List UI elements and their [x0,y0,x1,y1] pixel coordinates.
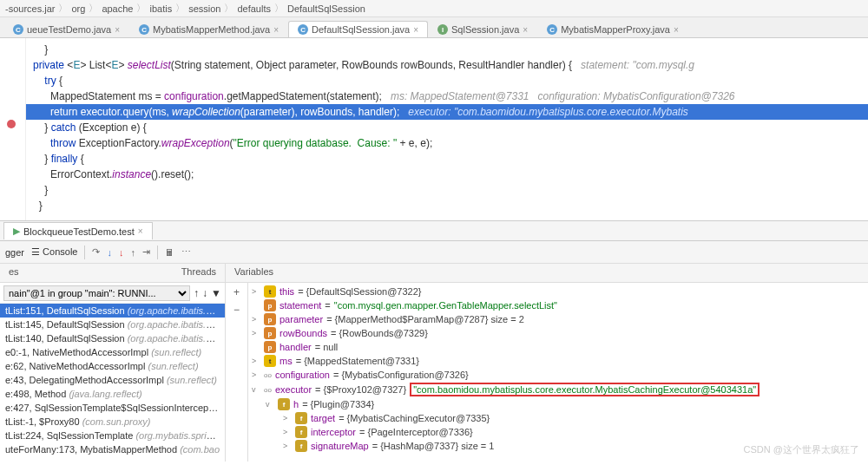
stack-frame[interactable]: e:62, NativeMethodAccessorImpl (sun.refl… [0,359,225,373]
variable-row[interactable]: vfh = {Plugin@7334} [248,397,868,411]
code-editor[interactable]: } private <E> List<E> selectList(String … [0,38,868,220]
editor-tab[interactable]: CDefaultSqlSession.java× [288,21,428,37]
stack-frame[interactable]: e:427, SqlSessionTemplate$SqlSessionInte… [0,401,225,415]
variable-row[interactable]: >prowBounds = {RowBounds@7329} [248,326,868,340]
breadcrumb-item[interactable]: org [71,3,85,14]
close-icon[interactable]: × [273,25,279,35]
file-type-icon: C [298,24,308,35]
frames-header: es Threads [0,264,226,282]
code-line: ErrorContext.instance().reset(); [9,167,868,182]
run-icon: ▶ [13,226,20,237]
watermark: CSDN @这个世界太疯狂了 [744,443,859,456]
step-column: + − [226,283,248,462]
frame-list[interactable]: tList:151, DefaultSqlSession (org.apache… [0,304,225,462]
code-line: } finally { [9,151,868,167]
editor-tab[interactable]: CMybatisMapperMethod.java× [129,21,288,37]
debug-toolbar: gger ☰ Console ↷ ↓ ↓ ↑ ⇥ 🖩 ⋯ [0,241,868,264]
expand-icon[interactable]: + [233,286,240,298]
tab-label: DefaultSqlSession.java [312,24,410,35]
code-line: } [9,182,868,198]
editor-tabs: CueueTestDemo.java×CMybatisMapperMethod.… [0,17,868,38]
highlighted-value: "com.baomidou.mybatisplus.core.executor.… [410,383,760,396]
debug-run-tabs: ▶ BlockqueueTestDemo.test × [0,220,868,241]
file-type-icon: C [139,24,149,35]
variable-row[interactable]: >tms = {MappedStatement@7331} [248,354,868,368]
code-line: } [9,198,868,213]
breadcrumb-item[interactable]: -sources.jar [5,3,55,14]
variable-row[interactable]: phandler = null [248,340,868,354]
collapse-icon[interactable]: − [233,304,240,316]
variable-row[interactable]: >tthis = {DefaultSqlSession@7322} [248,285,868,298]
variable-row[interactable]: >pparameter = {MapperMethod$ParamMap@728… [248,312,868,326]
stack-frame[interactable]: tList:-1, $Proxy80 (com.sun.proxy) [0,415,225,429]
stack-frame[interactable]: tList:140, DefaultSqlSession (org.apache… [0,331,225,345]
editor-tab[interactable]: CueueTestDemo.java× [3,21,129,37]
close-icon[interactable]: × [523,25,528,35]
code-line: private <E> List<E> selectList(String st… [9,57,868,73]
variable-row[interactable]: >finterceptor = {PageInterceptor@7336} [248,425,868,439]
stack-frame[interactable]: e0:-1, NativeMethodAccessorImpl (sun.ref… [0,345,225,359]
tab-label: SqlSession.java [451,24,519,35]
debug-body: nain"@1 in group "main": RUNNI... ↑ ↓ ▼ … [0,283,868,462]
tab-label: ueueTestDemo.java [27,24,111,35]
variable-row[interactable]: pstatement = "com.mysql.gen.mapper.GenTa… [248,298,868,312]
tab-label: MybatisMapperProxy.java [561,24,670,35]
file-type-icon: I [437,24,448,35]
console-tab[interactable]: ☰ Console [31,246,77,258]
frames-panel: nain"@1 in group "main": RUNNI... ↑ ↓ ▼ … [0,283,226,462]
breadcrumb-item[interactable]: DefaultSqlSession [287,3,365,14]
code-line: } [9,42,868,57]
breadcrumb-item[interactable]: session [188,3,220,14]
code-line: } catch (Exception e) { [9,120,868,135]
stack-frame[interactable]: tList:224, SqlSessionTemplate (org.mybat… [0,429,225,442]
more-icon[interactable]: ⋯ [181,246,191,258]
editor-tab[interactable]: CMybatisMapperProxy.java× [537,21,688,37]
close-icon[interactable]: × [413,25,418,35]
code-line: throw ExceptionFactory.wrapException("Er… [9,135,868,151]
thread-select[interactable]: nain"@1 in group "main": RUNNI... [3,285,190,301]
tab-label: MybatisMapperMethod.java [153,24,270,35]
prev-frame-icon[interactable]: ↑ [194,287,199,299]
close-icon[interactable]: × [115,25,120,35]
panel-headers: es Threads Variables [0,264,868,283]
stack-frame[interactable]: uteForMany:173, MybatisMapperMethod (com… [0,442,225,456]
close-icon[interactable]: × [674,25,679,35]
evaluate-icon[interactable]: 🖩 [165,247,174,258]
code-line: try { [9,73,868,88]
stack-frame[interactable]: tList:151, DefaultSqlSession (org.apache… [0,304,225,318]
file-type-icon: C [13,24,23,35]
variables-header: Variables [226,264,868,282]
step-over-icon[interactable]: ↷ [92,246,100,258]
variable-row[interactable]: >ooconfiguration = {MybatisConfiguration… [248,368,868,382]
stack-frame[interactable]: e:43, DelegatingMethodAccessorImpl (sun.… [0,373,225,387]
filter-icon[interactable]: ▼ [211,287,221,299]
close-icon[interactable]: × [138,226,143,236]
gutter [0,38,26,220]
stack-frame[interactable]: e:498, Method (java.lang.reflect) [0,387,225,401]
variable-row[interactable]: >ftarget = {MybatisCachingExecutor@7335} [248,411,868,425]
editor-tab[interactable]: ISqlSession.java× [428,21,537,37]
variables-panel[interactable]: >tthis = {DefaultSqlSession@7322}pstatem… [248,283,868,462]
next-frame-icon[interactable]: ↓ [202,287,207,299]
force-step-into-icon[interactable]: ↓ [119,247,124,258]
breadcrumb-item[interactable]: defaults [237,3,271,14]
frames-toolbar: nain"@1 in group "main": RUNNI... ↑ ↓ ▼ [0,283,225,304]
code-line: MappedStatement ms = configuration.getMa… [9,88,868,104]
run-to-cursor-icon[interactable]: ⇥ [142,246,150,258]
breakpoint-icon[interactable] [7,120,16,128]
step-out-icon[interactable]: ↑ [130,247,135,258]
variable-row-executor[interactable]: vooexecutor = {$Proxy102@7327} "com.baom… [248,382,868,397]
stack-frame[interactable]: tList:145, DefaultSqlSession (org.apache… [0,318,225,331]
current-execution-line: return executor.query(ms, wrapCollection… [9,104,868,120]
debug-run-tab[interactable]: ▶ BlockqueueTestDemo.test × [3,222,153,239]
step-into-icon[interactable]: ↓ [107,247,112,258]
breadcrumb[interactable]: -sources.jar〉org〉apache〉ibatis〉session〉d… [0,0,868,17]
debugger-tab[interactable]: gger [5,247,24,258]
file-type-icon: C [547,24,557,35]
breadcrumb-item[interactable]: apache [102,3,133,14]
breadcrumb-item[interactable]: ibatis [149,3,172,14]
